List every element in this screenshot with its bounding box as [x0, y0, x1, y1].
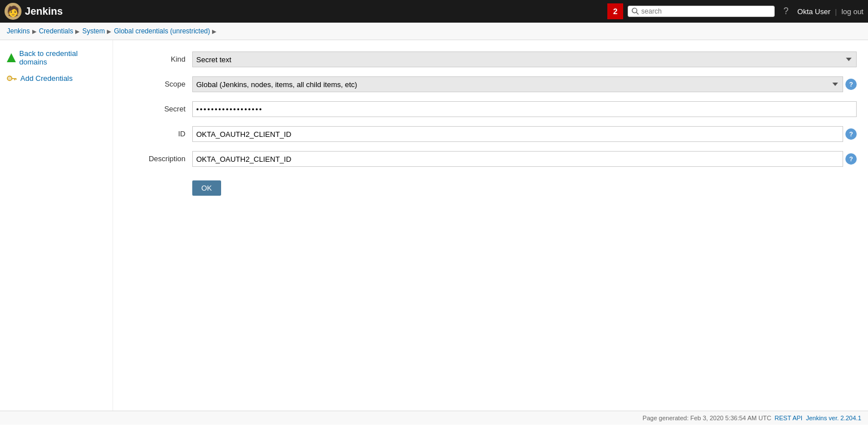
content-area: Kind Secret text Username with password …: [113, 40, 868, 411]
breadcrumb-sep-4: ▶: [212, 28, 217, 35]
breadcrumb-sep-3: ▶: [107, 28, 111, 35]
pipe-separator: |: [835, 7, 837, 16]
scope-help-button[interactable]: ?: [845, 79, 857, 90]
description-help-button[interactable]: ?: [845, 153, 857, 165]
id-control-wrap: ?: [192, 126, 857, 142]
footer-generated-text: Page generated: Feb 3, 2020 5:36:54 AM U…: [642, 415, 771, 421]
logout-link[interactable]: log out: [841, 7, 863, 16]
help-icon-button[interactable]: ?: [779, 5, 793, 18]
kind-select[interactable]: Secret text Username with password SSH U…: [192, 51, 857, 67]
kind-row: Kind Secret text Username with password …: [124, 51, 857, 67]
description-label: Description: [124, 151, 192, 163]
scope-label: Scope: [124, 76, 192, 88]
username-label: Okta User: [797, 7, 831, 16]
breadcrumb-sep-1: ▶: [32, 28, 37, 35]
jenkins-logo[interactable]: 🧑 Jenkins: [5, 3, 63, 20]
description-row: Description ?: [124, 151, 857, 167]
main-layout: Back to credential domains Add Credentia…: [0, 40, 868, 411]
ok-row: OK: [124, 176, 857, 196]
scope-select[interactable]: Global (Jenkins, nodes, items, all child…: [192, 76, 843, 92]
user-info: Okta User: [797, 7, 831, 16]
secret-control-wrap: [192, 101, 857, 117]
kind-control-wrap: Secret text Username with password SSH U…: [192, 51, 857, 67]
id-help-button[interactable]: ?: [845, 128, 857, 140]
id-label: ID: [124, 126, 192, 138]
scope-row: Scope Global (Jenkins, nodes, items, all…: [124, 76, 857, 92]
jenkins-title: Jenkins: [25, 6, 63, 18]
breadcrumb-sep-2: ▶: [75, 28, 80, 35]
footer: Page generated: Feb 3, 2020 5:36:54 AM U…: [0, 411, 868, 425]
footer-rest-api-link[interactable]: REST API: [775, 415, 802, 421]
footer-version-link[interactable]: Jenkins ver. 2.204.1: [806, 415, 861, 421]
search-icon: [632, 7, 639, 15]
sidebar-item-add-credentials[interactable]: Add Credentials: [5, 72, 108, 85]
description-control-wrap: ?: [192, 151, 857, 167]
scope-control-wrap: Global (Jenkins, nodes, items, all child…: [192, 76, 857, 92]
svg-point-2: [7, 76, 12, 80]
search-box: [628, 6, 775, 17]
breadcrumb-credentials[interactable]: Credentials: [39, 27, 74, 35]
svg-point-0: [632, 8, 637, 12]
jenkins-avatar: 🧑: [5, 3, 21, 20]
header: 🧑 Jenkins 2 ? Okta User | log out: [0, 0, 868, 23]
sidebar-item-back[interactable]: Back to credential domains: [5, 47, 108, 68]
notification-badge[interactable]: 2: [607, 3, 623, 19]
sidebar: Back to credential domains Add Credentia…: [0, 40, 113, 411]
svg-line-1: [636, 12, 638, 15]
search-input[interactable]: [641, 7, 771, 15]
kind-label: Kind: [124, 51, 192, 63]
id-input[interactable]: [192, 126, 843, 142]
sidebar-add-credentials-label: Add Credentials: [20, 74, 73, 83]
ok-button[interactable]: OK: [192, 180, 221, 196]
id-row: ID ?: [124, 126, 857, 142]
secret-input[interactable]: [192, 101, 857, 117]
secret-row: Secret: [124, 101, 857, 117]
breadcrumb-jenkins[interactable]: Jenkins: [7, 27, 30, 35]
description-input[interactable]: [192, 151, 843, 167]
secret-label: Secret: [124, 101, 192, 113]
breadcrumb-system[interactable]: System: [82, 27, 105, 35]
breadcrumb-global[interactable]: Global credentials (unrestricted): [114, 27, 210, 35]
sidebar-back-label: Back to credential domains: [19, 49, 106, 66]
key-icon: [7, 75, 17, 82]
breadcrumb: Jenkins ▶ Credentials ▶ System ▶ Global …: [0, 23, 868, 40]
up-arrow-icon: [7, 53, 16, 62]
